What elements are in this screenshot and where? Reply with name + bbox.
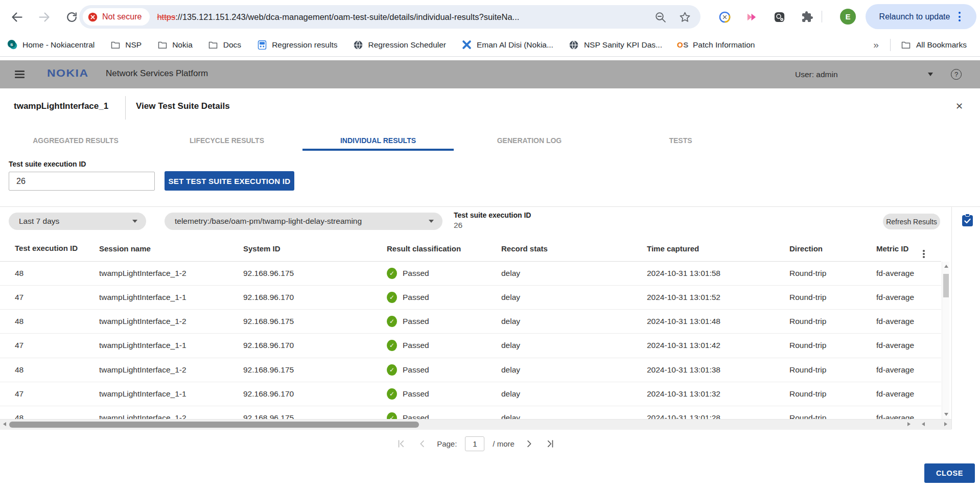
side-scroll-left-arrow-icon[interactable]	[922, 422, 925, 426]
bookmark-home-nokiacentral[interactable]: s Home - Nokiacentral	[7, 39, 95, 50]
bookmark-label: NSP Sanity KPI Das...	[584, 40, 662, 50]
bookmark-regression-results[interactable]: Regression results	[256, 39, 337, 50]
cell-session: twampLightInterface_1-1	[99, 389, 243, 399]
puzzle-icon	[801, 11, 813, 23]
reload-button[interactable]	[64, 9, 79, 25]
bookmark-regression-scheduler[interactable]: Regression Scheduler	[353, 39, 446, 50]
chrome-menu-kebab-icon[interactable]	[956, 10, 963, 24]
security-chip[interactable]: Not secure	[83, 8, 150, 26]
tab-aggregated-results[interactable]: AGGREGATED RESULTS	[0, 131, 151, 151]
previous-page-button[interactable]	[415, 437, 429, 450]
scroll-left-arrow-icon[interactable]	[3, 422, 6, 426]
horizontal-scrollbar[interactable]	[0, 419, 951, 430]
bookmark-label: NSP	[125, 40, 142, 50]
subscription-dropdown[interactable]: telemetry:/base/oam-pm/twamp-light-delay…	[165, 213, 442, 230]
tab-lifecycle-results[interactable]: LIFECYCLE RESULTS	[151, 131, 302, 151]
result-text: Passed	[403, 293, 429, 302]
reload-icon	[65, 11, 78, 24]
table-body: 48twampLightInterface_1-292.168.96.175✓P…	[0, 262, 941, 419]
extension-icon-camera[interactable]	[773, 10, 786, 24]
browser-window: Not secure https://135.121.151.243/web/d…	[0, 0, 980, 489]
column-header[interactable]: Time captured	[647, 244, 789, 253]
column-header[interactable]: Direction	[789, 244, 876, 253]
bookmark-nsp-sanity-kpi[interactable]: NSP Sanity KPI Das...	[569, 39, 662, 50]
table-row[interactable]: 48twampLightInterface_1-292.168.96.175✓P…	[0, 262, 941, 286]
column-header[interactable]: System ID	[243, 244, 387, 253]
cell-stats: delay	[501, 365, 647, 375]
previous-page-icon	[417, 439, 427, 449]
bookmark-folder-nsp[interactable]: NSP	[110, 39, 142, 50]
help-icon[interactable]: ?	[951, 69, 962, 80]
back-button[interactable]	[9, 9, 25, 25]
table-row[interactable]: 47twampLightInterface_1-192.168.96.170✓P…	[0, 334, 941, 358]
user-menu-caret-icon[interactable]	[928, 73, 933, 76]
cell-time: 2024-10-31 13:01:48	[647, 317, 789, 326]
column-header[interactable]: Result classification	[387, 244, 501, 253]
bookmark-folder-docs[interactable]: Docs	[208, 39, 241, 50]
tab-tests[interactable]: TESTS	[605, 131, 756, 151]
profile-avatar[interactable]: E	[840, 9, 856, 25]
user-menu-label[interactable]: User: admin	[795, 70, 838, 79]
address-bar[interactable]: Not secure https://135.121.151.243/web/d…	[79, 5, 701, 29]
pagination: Page: / more	[0, 435, 951, 452]
cell-exec_id: 48	[15, 365, 99, 375]
page-number-input[interactable]	[465, 436, 484, 451]
column-header[interactable]: Record stats	[501, 244, 647, 253]
tab-generation-log[interactable]: GENERATION LOG	[454, 131, 605, 151]
passed-check-icon: ✓	[387, 364, 397, 376]
toolbar-separator	[822, 11, 822, 22]
refresh-results-button[interactable]: Refresh Results	[883, 214, 940, 229]
cell-metric: fd-average	[876, 317, 941, 326]
cell-session: twampLightInterface_1-1	[99, 293, 243, 302]
column-header[interactable]: Test execution ID	[15, 244, 79, 253]
extension-icon-pink-arrow[interactable]	[745, 10, 758, 24]
view-test-suite-details-dialog: twampLightInterface_1 View Test Suite De…	[0, 88, 980, 489]
close-button[interactable]: CLOSE	[924, 463, 975, 483]
table-row[interactable]: 48twampLightInterface_1-292.168.96.175✓P…	[0, 310, 941, 334]
table-row[interactable]: 47twampLightInterface_1-192.168.96.170✓P…	[0, 382, 941, 406]
scroll-down-arrow-icon[interactable]	[944, 413, 948, 416]
time-range-dropdown[interactable]: Last 7 days	[9, 213, 146, 230]
bookmark-patch-information[interactable]: OS Patch Information	[678, 39, 755, 50]
bookmark-folder-nokia[interactable]: Nokia	[157, 39, 193, 50]
scroll-right-arrow-icon[interactable]	[907, 422, 911, 426]
set-exec-id-button[interactable]: SET TEST SUITE EXECUTION ID	[165, 171, 294, 191]
extension-icon-compass[interactable]	[718, 10, 731, 24]
passed-check-icon: ✓	[387, 268, 397, 279]
result-text: Passed	[403, 413, 429, 419]
scroll-up-arrow-icon[interactable]	[944, 265, 948, 268]
first-page-button[interactable]	[394, 437, 407, 450]
forward-button[interactable]	[36, 9, 52, 25]
relaunch-button[interactable]: Relaunch to update	[866, 4, 976, 29]
next-page-button[interactable]	[523, 437, 536, 450]
last-page-button[interactable]	[544, 437, 557, 450]
exec-id-input[interactable]	[9, 172, 155, 191]
folder-icon	[901, 39, 912, 50]
tab-individual-results[interactable]: INDIVIDUAL RESULTS	[302, 131, 454, 151]
vertical-scrollbar[interactable]	[942, 262, 949, 419]
column-options-kebab-icon[interactable]	[923, 250, 925, 258]
bookmark-eman-al-disi[interactable]: Eman Al Disi (Nokia...	[461, 39, 553, 50]
extensions-puzzle-icon[interactable]	[801, 10, 814, 24]
column-header[interactable]: Session name	[99, 244, 243, 253]
dialog-title: View Test Suite Details	[136, 101, 230, 111]
tab-bar: AGGREGATED RESULTS LIFECYCLE RESULTS IND…	[0, 131, 756, 151]
bookmarks-overflow-icon[interactable]: »	[873, 39, 879, 51]
cell-time: 2024-10-31 13:01:32	[647, 389, 789, 399]
table-row[interactable]: 48twampLightInterface_1-292.168.96.175✓P…	[0, 358, 941, 382]
passed-check-icon: ✓	[387, 412, 397, 419]
close-dialog-icon[interactable]: ✕	[955, 101, 963, 112]
bookmark-star-icon[interactable]	[677, 9, 692, 25]
horizontal-scrollbar-thumb[interactable]	[9, 422, 419, 428]
zoom-out-icon[interactable]	[652, 9, 668, 25]
side-scroll-right-arrow-icon[interactable]	[944, 422, 947, 426]
hamburger-menu-icon[interactable]	[15, 71, 25, 78]
vertical-scrollbar-thumb[interactable]	[943, 274, 949, 297]
selected-checkbox-icon[interactable]	[962, 214, 973, 229]
dropdown-caret-icon	[429, 220, 434, 223]
all-bookmarks-button[interactable]: All Bookmarks	[901, 39, 967, 50]
cell-direction: Round-trip	[789, 293, 876, 302]
table-row[interactable]: 47twampLightInterface_1-192.168.96.170✓P…	[0, 286, 941, 310]
table-row[interactable]: 48twampLightInterface_1-292.168.96.175✓P…	[0, 406, 941, 419]
column-header[interactable]: Metric ID	[876, 244, 941, 253]
